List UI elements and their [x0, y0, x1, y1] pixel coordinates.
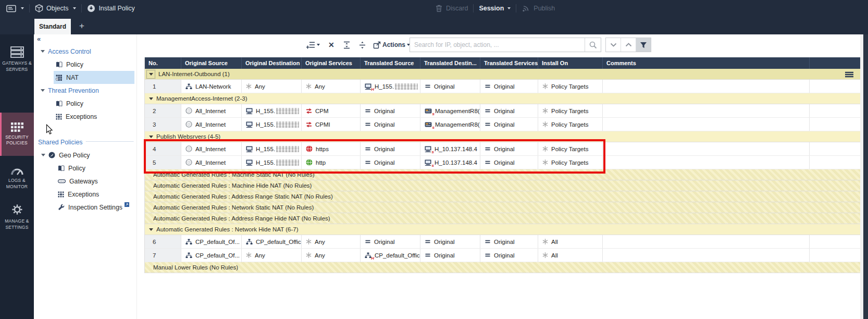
rule-cell[interactable]: Original	[420, 80, 480, 93]
rule-cell[interactable]: Original	[361, 156, 420, 169]
section-row-managementaccess-internet-2-3[interactable]: ManagementAccess-Internet (2-3)	[145, 93, 861, 104]
section-expander-icon[interactable]	[149, 136, 153, 138]
column-header-original-source[interactable]: Original Source	[181, 57, 242, 69]
comments-cell[interactable]	[603, 142, 810, 155]
search-button[interactable]	[585, 38, 601, 52]
rule-cell[interactable]: All	[538, 249, 603, 262]
app-menu-button[interactable]	[6, 5, 24, 13]
rule-number-cell[interactable]: 3	[145, 118, 181, 131]
rule-cell[interactable]: LAN-Network	[181, 80, 242, 93]
column-header-translated-source[interactable]: Translated Source	[361, 57, 420, 69]
rule-cell[interactable]: Policy Targets	[538, 142, 603, 155]
sidebar-item-security-policies[interactable]: SECURITY POLICIES	[0, 113, 34, 156]
tree-item-policy[interactable]: Policy	[34, 97, 134, 110]
next-match-button[interactable]	[606, 38, 621, 52]
rule-cell[interactable]: http	[302, 156, 361, 169]
tree-item-threat-prevention[interactable]: Threat Prevention	[34, 84, 134, 97]
rule-cell[interactable]: sH_10.137.148.4	[420, 142, 480, 155]
column-header-spacer[interactable]	[810, 57, 861, 69]
rule-cell[interactable]: Original	[480, 80, 538, 93]
sidebar-item-manage-settings[interactable]: MANAGE & SETTINGS	[0, 200, 34, 234]
rule-cell[interactable]: CP_default_Of...	[181, 249, 242, 262]
rule-cell[interactable]: Any	[242, 249, 302, 262]
rule-cell[interactable]: HCP_default_Offic	[361, 249, 420, 262]
column-header-original-services[interactable]: Original Services	[302, 57, 361, 69]
rule-cell[interactable]: All_Internet	[181, 156, 242, 169]
rule-cell[interactable]: H_155.	[242, 118, 302, 131]
publish-button[interactable]: Publish	[522, 4, 555, 13]
empty-cell[interactable]	[810, 104, 861, 117]
rule-cell[interactable]: sManagementR8(	[420, 104, 480, 117]
empty-cell[interactable]	[810, 235, 861, 248]
delete-rule-button[interactable]: ✕	[328, 38, 334, 52]
collapse-sections-button[interactable]	[358, 38, 366, 52]
rule-cell[interactable]: H_155.	[242, 156, 302, 169]
rule-cell[interactable]: Any	[302, 80, 361, 93]
rule-row-1[interactable]: 1LAN-NetworkAnyAnyHH_155.OriginalOrigina…	[145, 80, 861, 93]
rule-cell[interactable]: CP_default_Of...	[181, 235, 242, 248]
rule-cell[interactable]: Original	[480, 235, 538, 248]
sidebar-item-logs-monitor[interactable]: LOGS & MONITOR	[0, 162, 34, 195]
rule-number-cell[interactable]: 2	[145, 104, 181, 117]
session-menu-button[interactable]: Session	[479, 5, 511, 12]
rule-cell[interactable]: All	[538, 235, 603, 248]
rule-cell[interactable]: Original	[361, 235, 420, 248]
section-menu-icon[interactable]	[845, 71, 853, 78]
tree-item-policy[interactable]: Policy	[34, 162, 134, 175]
rule-cell[interactable]: Any	[302, 249, 361, 262]
new-tab-button[interactable]: +	[76, 20, 88, 32]
rule-cell[interactable]: Original	[480, 104, 538, 117]
section-expander-icon[interactable]	[149, 228, 153, 231]
section-expander-icon[interactable]	[149, 73, 153, 76]
section-row-automatic-generated-rules-machine-hide-nat-no-rules[interactable]: Automatic Generated Rules : Machine Hide…	[145, 180, 861, 191]
rule-number-cell[interactable]: 6	[145, 235, 181, 248]
comments-cell[interactable]	[603, 249, 810, 262]
expander-triangle-icon[interactable]	[41, 154, 45, 156]
rule-number-cell[interactable]: 4	[145, 142, 181, 155]
tree-item-inspection-settings[interactable]: Inspection Settings	[34, 201, 134, 214]
tree-item-exceptions[interactable]: Exceptions	[34, 188, 134, 201]
column-header-install-on[interactable]: Install On	[538, 57, 603, 69]
objects-menu-button[interactable]: Objects	[35, 4, 76, 13]
section-row-automatic-generated-rules-machine-static-nat-no-rules[interactable]: Automatic Generated Rules : Machine Stat…	[145, 169, 861, 180]
rule-row-7[interactable]: 7CP_default_Of...AnyAnyHCP_default_Offic…	[145, 249, 861, 262]
rule-row-3[interactable]: 3All_InternetH_155.CPMIOriginalsManageme…	[145, 118, 861, 131]
discard-button[interactable]: Discard	[435, 4, 468, 13]
section-expander-focus-box[interactable]	[146, 70, 155, 79]
empty-cell[interactable]	[810, 80, 861, 93]
expander-triangle-icon[interactable]	[41, 50, 45, 53]
column-header-translated-services[interactable]: Translated Services	[480, 57, 538, 69]
expander-triangle-icon[interactable]	[41, 89, 45, 92]
rule-number-cell[interactable]: 1	[145, 80, 181, 93]
section-row-publish-websrvers-4-5[interactable]: Publish Websrvers (4-5)	[145, 131, 861, 142]
rule-cell[interactable]: https	[302, 142, 361, 155]
expand-sections-button[interactable]	[343, 38, 351, 52]
column-header-translated-destin[interactable]: Translated Destin...	[420, 57, 480, 69]
comments-cell[interactable]	[603, 235, 810, 248]
section-row-automatic-generated-rules-network-static-nat-no-rules[interactable]: Automatic Generated Rules : Network Stat…	[145, 202, 861, 213]
tree-item-geo-policy[interactable]: Geo Policy	[34, 149, 134, 162]
rule-cell[interactable]: All_Internet	[181, 118, 242, 131]
rule-cell[interactable]: Original	[361, 142, 420, 155]
column-header-no[interactable]: No.	[145, 57, 181, 69]
rule-cell[interactable]: CPM	[302, 104, 361, 117]
tree-item-nat[interactable]: NAT	[34, 71, 134, 84]
section-row-automatic-generated-rules-address-range-hide-nat-no-rules[interactable]: Automatic Generated Rules : Address Rang…	[145, 213, 861, 224]
rule-number-cell[interactable]: 7	[145, 249, 181, 262]
rule-cell[interactable]: Original	[420, 235, 480, 248]
rule-cell[interactable]: Original	[480, 249, 538, 262]
rule-cell[interactable]: Any	[302, 235, 361, 248]
rule-number-cell[interactable]: 5	[145, 156, 181, 169]
rule-cell[interactable]: H_155.	[242, 142, 302, 155]
column-header-original-destination[interactable]: Original Destination	[242, 57, 302, 69]
rule-row-5[interactable]: 5All_InternetH_155.httpOriginalsH_10.137…	[145, 156, 861, 169]
rule-cell[interactable]: Any	[242, 80, 302, 93]
tree-item-policy[interactable]: Policy	[34, 58, 134, 71]
rule-cell[interactable]: Original	[480, 142, 538, 155]
rule-cell[interactable]: Original	[361, 118, 420, 131]
tab-standard[interactable]: Standard	[34, 19, 71, 34]
sidebar-item-gateways-servers[interactable]: GATEWAYS & SERVERS	[0, 42, 34, 77]
empty-cell[interactable]	[810, 156, 861, 169]
rule-cell[interactable]: H_155.	[242, 104, 302, 117]
section-row-lan-internet-outbound-1[interactable]: LAN-Internet-Outbound (1)	[145, 69, 861, 80]
